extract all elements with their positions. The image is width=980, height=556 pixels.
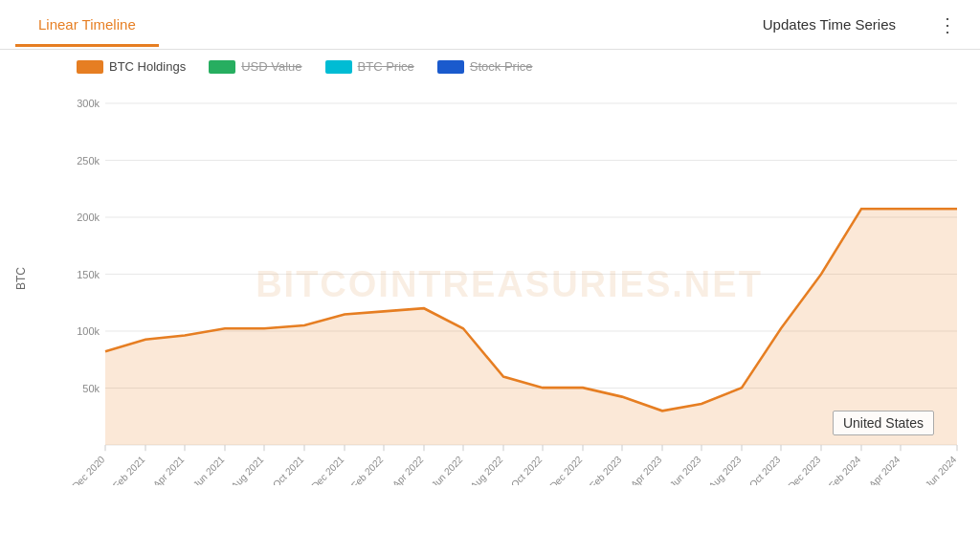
svg-marker-13 — [105, 209, 957, 445]
legend-color-usd-value — [209, 60, 235, 74]
legend-label-usd-value: USD Value — [241, 59, 301, 74]
header: Linear Timeline Updates Time Series ⋮ — [0, 0, 980, 50]
tab-linear[interactable]: Linear Timeline — [15, 3, 159, 46]
legend-item-btc-holdings[interactable]: BTC Holdings — [77, 59, 186, 74]
svg-text:Apr 2022: Apr 2022 — [390, 454, 425, 485]
svg-text:Oct 2023: Oct 2023 — [747, 454, 782, 485]
legend-color-stock-price — [437, 60, 464, 74]
svg-text:Feb 2024: Feb 2024 — [827, 454, 863, 485]
svg-text:Oct 2021: Oct 2021 — [271, 454, 305, 485]
country-badge: United States — [833, 411, 934, 435]
chart-area: BITCOINTREASURIES.NET .grid-line { strok… — [57, 83, 961, 485]
main-container: Linear Timeline Updates Time Series ⋮ BT… — [0, 0, 980, 556]
svg-text:Jun 2023: Jun 2023 — [668, 454, 703, 485]
svg-text:Apr 2024: Apr 2024 — [867, 454, 902, 485]
svg-text:Feb 2023: Feb 2023 — [588, 454, 624, 485]
legend-label-btc-holdings: BTC Holdings — [109, 59, 186, 74]
svg-text:Jun 2021: Jun 2021 — [191, 454, 227, 485]
svg-text:Aug 2021: Aug 2021 — [230, 454, 266, 485]
svg-text:Apr 2023: Apr 2023 — [629, 454, 663, 485]
tab-updates-label: Updates Time Series — [763, 16, 896, 33]
svg-text:Dec 2021: Dec 2021 — [310, 454, 346, 485]
legend: BTC Holdings USD Value BTC Price Stock P… — [0, 50, 980, 83]
legend-item-btc-price[interactable]: BTC Price — [325, 59, 414, 74]
svg-text:Oct 2022: Oct 2022 — [509, 454, 544, 485]
svg-text:300k: 300k — [77, 98, 100, 109]
svg-text:50k: 50k — [82, 382, 100, 393]
svg-text:100k: 100k — [77, 325, 100, 337]
tab-linear-label: Linear Timeline — [38, 16, 136, 33]
svg-text:Dec 2020: Dec 2020 — [71, 454, 107, 485]
svg-text:Feb 2021: Feb 2021 — [111, 454, 147, 485]
svg-text:Dec 2022: Dec 2022 — [548, 454, 585, 485]
tab-updates[interactable]: Updates Time Series — [740, 3, 919, 46]
y-axis-label: BTC — [14, 267, 28, 290]
svg-text:250k: 250k — [77, 154, 100, 166]
legend-label-stock-price: Stock Price — [470, 59, 533, 74]
svg-text:Jun 2022: Jun 2022 — [430, 454, 465, 485]
svg-text:Aug 2023: Aug 2023 — [707, 454, 744, 485]
svg-text:Dec 2023: Dec 2023 — [787, 454, 823, 485]
legend-color-btc-price — [325, 60, 352, 74]
svg-text:Aug 2022: Aug 2022 — [469, 454, 505, 485]
legend-item-stock-price[interactable]: Stock Price — [437, 59, 533, 74]
legend-label-btc-price: BTC Price — [358, 59, 414, 74]
svg-text:150k: 150k — [77, 268, 100, 279]
svg-text:Jun 2024: Jun 2024 — [924, 454, 959, 485]
svg-text:200k: 200k — [77, 211, 100, 223]
legend-color-btc-holdings — [77, 60, 103, 74]
chart-svg: .grid-line { stroke: #e8e8e8; stroke-wid… — [57, 83, 961, 485]
svg-text:Feb 2022: Feb 2022 — [349, 454, 386, 485]
legend-item-usd-value[interactable]: USD Value — [209, 59, 301, 74]
menu-icon[interactable]: ⋮ — [930, 6, 965, 44]
svg-text:Apr 2021: Apr 2021 — [151, 454, 186, 485]
